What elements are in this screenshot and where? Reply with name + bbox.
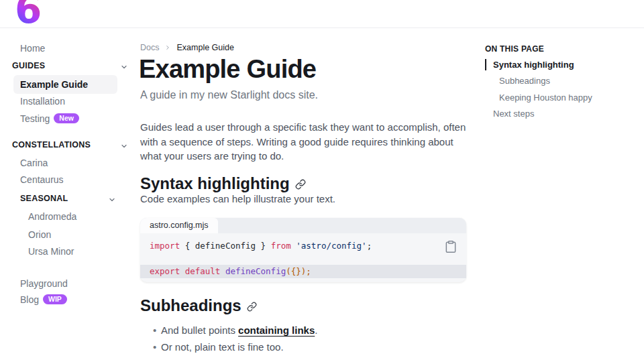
chevron-down-icon <box>120 62 128 75</box>
sidebar-item-example-guide[interactable]: Example Guide <box>13 75 117 94</box>
sidebar-item-blog[interactable]: BlogWIP <box>20 293 67 306</box>
sidebar-item-label: Example Guide <box>13 75 117 94</box>
sidebar-section-constellations[interactable]: CONSTELLATIONS <box>12 138 116 152</box>
sidebar-item-orion[interactable]: Orion <box>28 228 51 241</box>
sidebar-item-testing[interactable]: TestingNew <box>20 112 79 125</box>
site-logo[interactable]: 6 <box>15 0 42 29</box>
breadcrumb-current: Example Guide <box>176 43 233 52</box>
code-line-1: import { defineConfig } from 'astro/conf… <box>140 240 466 253</box>
page-title: Example Guide <box>139 55 316 84</box>
toc-item-next-steps[interactable]: Next steps <box>493 108 534 119</box>
sidebar-item-label: Testing <box>20 113 50 124</box>
list-item: Or not, plain text is fine too. <box>153 341 317 354</box>
sidebar-item-playground[interactable]: Playground <box>20 277 68 290</box>
code-line-3-highlighted: export default defineConfig({}); <box>140 265 466 278</box>
sidebar-item-installation[interactable]: Installation <box>20 95 65 108</box>
new-badge: New <box>54 113 79 123</box>
sidebar-section-label: CONSTELLATIONS <box>12 140 91 149</box>
breadcrumb: Docs Example Guide <box>140 43 234 52</box>
sidebar-item-home[interactable]: Home <box>20 42 45 55</box>
toc-heading: ON THIS PAGE <box>485 44 544 54</box>
code-tab-strip: astro.config.mjs <box>140 218 466 233</box>
code-line-2 <box>140 253 466 265</box>
clipboard-icon[interactable] <box>444 240 458 253</box>
containing-links-link[interactable]: containing links <box>238 324 315 336</box>
link-icon[interactable] <box>247 297 257 316</box>
chevron-right-icon <box>164 44 171 51</box>
page-subtitle: A guide in my new Starlight docs site. <box>140 89 318 101</box>
site-header <box>0 0 644 28</box>
heading-syntax-highlighting: Syntax highlighting <box>140 173 306 194</box>
sidebar-item-andromeda[interactable]: Andromeda <box>28 210 76 223</box>
sidebar-section-guides[interactable]: GUIDES <box>12 59 116 72</box>
sidebar-item-carina[interactable]: Carina <box>20 156 48 170</box>
bullet-list: And bullet points containing links. Or n… <box>153 324 317 357</box>
heading-text: Subheadings <box>140 296 241 315</box>
toc-item-syntax-highlighting[interactable]: Syntax highlighting <box>493 59 574 70</box>
chevron-down-icon <box>108 194 116 208</box>
code-block: astro.config.mjs import { defineConfig }… <box>140 218 466 282</box>
code-content: import { defineConfig } from 'astro/conf… <box>140 233 466 278</box>
wip-badge: WIP <box>43 294 67 304</box>
toc-item-subheadings[interactable]: Subheadings <box>499 75 550 86</box>
bullet-text: Or not, plain text is fine too. <box>161 341 284 353</box>
sidebar-item-ursa-minor[interactable]: Ursa Minor <box>28 245 74 258</box>
link-icon[interactable] <box>295 175 306 194</box>
sidebar-section-seasonal[interactable]: SEASONAL <box>20 192 116 205</box>
sidebar-item-label: Blog <box>20 294 39 305</box>
toc-item-keeping-houston-happy[interactable]: Keeping Houston happy <box>499 92 592 103</box>
heading-text: Syntax highlighting <box>140 174 290 193</box>
sidebar-section-label: GUIDES <box>12 61 45 70</box>
heading-subheadings: Subheadings <box>140 295 257 316</box>
breadcrumb-root-link[interactable]: Docs <box>140 43 159 52</box>
sidebar-section-label: SEASONAL <box>20 194 68 203</box>
bullet-text: And bullet points <box>161 324 238 336</box>
code-filename-tab: astro.config.mjs <box>140 218 218 233</box>
toc-active-indicator <box>485 59 486 70</box>
list-item: And bullet points containing links. <box>153 324 317 337</box>
syntax-description: Code examples can help illustrate your t… <box>140 193 335 204</box>
bullet-text: . <box>315 324 317 336</box>
sidebar-item-centaurus[interactable]: Centaurus <box>20 173 64 186</box>
intro-paragraph: Guides lead a user through a specific ta… <box>140 120 470 164</box>
chevron-down-icon <box>120 141 128 154</box>
